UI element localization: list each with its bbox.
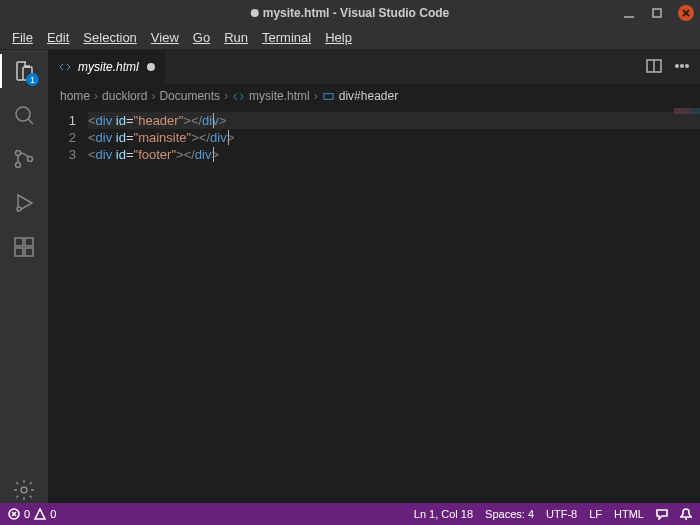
breadcrumb[interactable]: home › ducklord › Documents › mysite.htm… [48,84,700,108]
status-encoding[interactable]: UTF-8 [546,508,577,520]
svg-rect-14 [25,248,33,256]
activity-bar: 1 [0,50,48,503]
chevron-right-icon: › [151,89,155,103]
line-number: 1 [48,112,76,129]
html-file-icon [232,90,245,103]
code-line: <div id="header"></div> [88,112,700,129]
activity-search-icon[interactable] [11,102,37,128]
status-feedback-icon[interactable] [656,508,668,520]
svg-rect-12 [15,238,23,246]
svg-point-9 [28,157,33,162]
tab-dirty-icon [147,63,155,71]
code-editor[interactable]: 1 2 3 <div id="header"></div> <div id="m… [48,108,700,503]
svg-rect-1 [653,9,661,17]
status-warning-count: 0 [50,508,56,520]
breadcrumb-seg-symbol[interactable]: div#header [339,89,398,103]
svg-rect-13 [15,248,23,256]
status-language[interactable]: HTML [614,508,644,520]
menu-go[interactable]: Go [187,28,216,47]
status-cursor-pos[interactable]: Ln 1, Col 18 [414,508,473,520]
tab-mysite[interactable]: mysite.html [48,50,166,84]
more-actions-button[interactable] [674,58,690,77]
svg-point-8 [16,163,21,168]
tab-bar: mysite.html [48,50,700,84]
breadcrumb-seg-user[interactable]: ducklord [102,89,147,103]
svg-point-11 [17,207,21,211]
error-icon [8,508,20,520]
code-line: <div id="footer"></div> [88,146,700,163]
code-line: <div id="mainsite"></div> [88,129,700,146]
svg-point-20 [681,64,684,67]
cursor-caret [228,130,229,145]
status-bar: 0 0 Ln 1, Col 18 Spaces: 4 UTF-8 LF HTML [0,503,700,525]
menu-edit[interactable]: Edit [41,28,75,47]
window-title: mysite.html - Visual Studio Code [263,6,449,20]
breadcrumb-seg-home[interactable]: home [60,89,90,103]
menu-view[interactable]: View [145,28,185,47]
chevron-right-icon: › [314,89,318,103]
status-error-count: 0 [24,508,30,520]
editor-group: mysite.html home › ducklord › Documents … [48,50,700,503]
status-indent[interactable]: Spaces: 4 [485,508,534,520]
split-editor-button[interactable] [646,58,662,77]
chevron-right-icon: › [224,89,228,103]
explorer-badge: 1 [26,73,39,86]
activity-extensions-icon[interactable] [11,234,37,260]
status-eol[interactable]: LF [589,508,602,520]
menu-run[interactable]: Run [218,28,254,47]
close-button[interactable] [678,5,694,21]
maximize-button[interactable] [650,6,664,20]
dirty-dot-icon [251,9,259,17]
line-number: 2 [48,129,76,146]
svg-marker-26 [35,509,45,519]
svg-line-6 [28,119,33,124]
svg-point-16 [21,487,27,493]
cursor-caret [213,147,214,162]
minimap[interactable] [674,108,700,114]
code-text-area[interactable]: <div id="header"></div> <div id="mainsit… [88,108,700,503]
tab-label: mysite.html [78,60,139,74]
svg-rect-22 [324,93,333,99]
svg-rect-15 [25,238,33,246]
status-bell-icon[interactable] [680,508,692,520]
activity-settings-icon[interactable] [11,477,37,503]
menu-terminal[interactable]: Terminal [256,28,317,47]
svg-point-7 [16,151,21,156]
svg-point-19 [676,64,679,67]
html-file-icon [58,60,72,74]
menu-selection[interactable]: Selection [77,28,142,47]
activity-scm-icon[interactable] [11,146,37,172]
activity-explorer-icon[interactable]: 1 [11,58,37,84]
cursor-caret [213,113,214,128]
chevron-right-icon: › [94,89,98,103]
svg-point-5 [16,107,30,121]
menu-file[interactable]: File [6,28,39,47]
title-bar: mysite.html - Visual Studio Code [0,0,700,26]
line-number: 3 [48,146,76,163]
symbol-field-icon [322,90,335,103]
minimize-button[interactable] [622,6,636,20]
status-problems[interactable]: 0 0 [8,508,56,520]
breadcrumb-seg-file[interactable]: mysite.html [249,89,310,103]
menu-bar: File Edit Selection View Go Run Terminal… [0,26,700,50]
svg-point-21 [686,64,689,67]
menu-help[interactable]: Help [319,28,358,47]
workbench: 1 mysite.html [0,50,700,503]
line-number-gutter: 1 2 3 [48,108,88,503]
warning-icon [34,508,46,520]
activity-run-icon[interactable] [11,190,37,216]
breadcrumb-seg-documents[interactable]: Documents [159,89,220,103]
